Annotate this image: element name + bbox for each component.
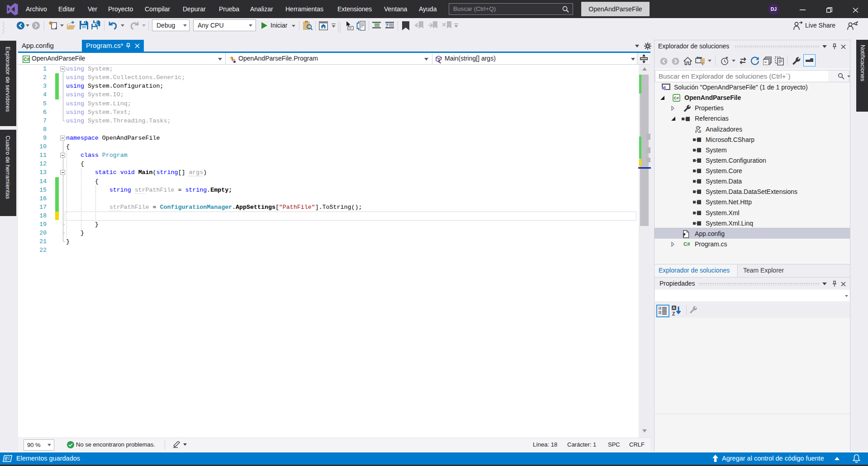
svg-text:?: ? [385,23,389,28]
svg-text:C#: C# [24,57,29,62]
svg-text:A: A [673,306,675,310]
svg-text:C#: C# [674,96,679,100]
svg-text:Z: Z [672,311,675,316]
